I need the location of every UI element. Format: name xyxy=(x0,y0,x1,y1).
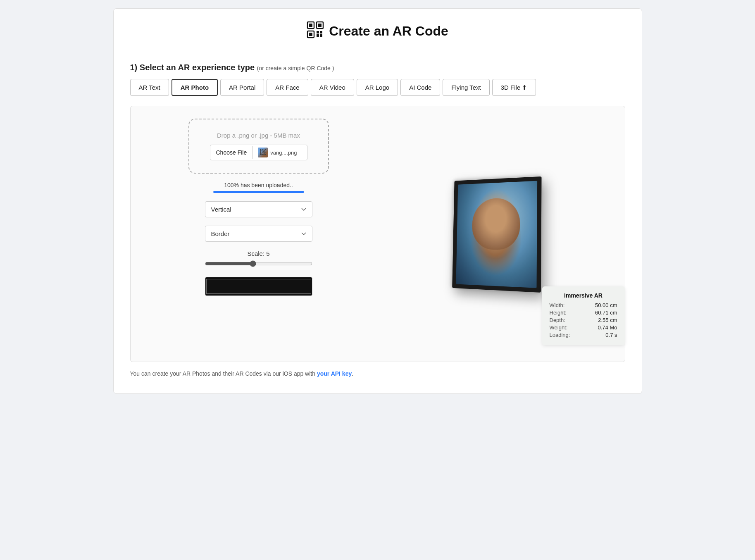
choose-file-button[interactable]: Choose File xyxy=(210,146,253,159)
right-panel: Immersive AR Width: 50.00 cm Height: 60.… xyxy=(379,119,612,349)
tab-flying-text[interactable]: Flying Text xyxy=(443,79,489,96)
drop-zone[interactable]: Drop a .png or .jpg - 5MB max Choose Fil… xyxy=(188,119,329,174)
info-label-width: Width: xyxy=(550,302,565,308)
svg-rect-7 xyxy=(320,31,322,33)
info-row-width: Width: 50.00 cm xyxy=(550,302,617,308)
scale-section: Scale: 5 xyxy=(205,250,312,269)
drop-zone-label: Drop a .png or .jpg - 5MB max xyxy=(210,132,307,139)
color-picker-row xyxy=(205,277,312,296)
painting-frame xyxy=(450,178,541,290)
info-row-weight: Weight: 0.74 Mo xyxy=(550,324,617,331)
tab-ar-portal[interactable]: AR Portal xyxy=(220,79,264,96)
file-thumbnail: 🖼 xyxy=(258,148,268,157)
info-label-weight: Weight: xyxy=(550,324,568,331)
page-title: Create an AR Code xyxy=(329,24,448,39)
info-value-width: 50.00 cm xyxy=(595,302,617,308)
info-value-weight: 0.74 Mo xyxy=(598,324,617,331)
painting-inner xyxy=(456,181,537,288)
section-heading-container: 1) Select an AR experience type (or crea… xyxy=(130,63,625,72)
upload-text: 100% has been uploaded.. xyxy=(188,182,329,188)
upload-status: 100% has been uploaded.. xyxy=(188,182,329,193)
svg-rect-9 xyxy=(320,34,322,37)
file-name-display: 🖼 vang....png xyxy=(253,145,302,160)
qr-icon xyxy=(307,21,324,41)
scale-label: Scale: 5 xyxy=(205,250,312,257)
ar-preview-container xyxy=(450,178,541,290)
page-wrapper: Create an AR Code 1) Select an AR experi… xyxy=(113,8,642,394)
tab-ar-video[interactable]: AR Video xyxy=(311,79,354,96)
svg-rect-1 xyxy=(309,24,312,27)
tab-ar-photo[interactable]: AR Photo xyxy=(171,79,218,96)
tab-3d-file[interactable]: 3D File ⬆ xyxy=(492,79,536,96)
svg-rect-3 xyxy=(318,24,322,27)
info-value-height: 60.71 cm xyxy=(595,310,617,316)
left-panel: Drop a .png or .jpg - 5MB max Choose Fil… xyxy=(151,119,366,349)
progress-bar-background xyxy=(213,191,304,193)
tab-ar-text[interactable]: AR Text xyxy=(130,79,169,96)
info-label-loading: Loading: xyxy=(550,332,570,338)
info-card-title: Immersive AR xyxy=(550,292,617,299)
painting-frame-outer xyxy=(452,176,541,293)
style-dropdown[interactable]: BorderNo BorderShadow xyxy=(205,226,312,242)
file-input-row: Choose File 🖼 vang....png xyxy=(210,145,307,160)
orientation-dropdown[interactable]: VerticalHorizontal xyxy=(205,201,312,217)
info-card: Immersive AR Width: 50.00 cm Height: 60.… xyxy=(542,286,625,345)
color-picker[interactable] xyxy=(205,277,312,296)
content-area: Drop a .png or .jpg - 5MB max Choose Fil… xyxy=(130,106,625,362)
file-name-text: vang....png xyxy=(270,150,297,156)
info-label-height: Height: xyxy=(550,310,567,316)
tab-row: AR TextAR PhotoAR PortalAR FaceAR VideoA… xyxy=(130,79,625,96)
progress-bar-fill xyxy=(213,191,304,193)
footer-api-link[interactable]: your API key xyxy=(317,370,352,377)
info-row-loading: Loading: 0.7 s xyxy=(550,332,617,338)
tab-ar-face[interactable]: AR Face xyxy=(267,79,308,96)
info-label-depth: Depth: xyxy=(550,317,565,323)
footer-text-end: . xyxy=(352,370,353,377)
tab-ar-logo[interactable]: AR Logo xyxy=(357,79,398,96)
scale-slider[interactable] xyxy=(205,260,312,267)
section-heading: 1) Select an AR experience type (or crea… xyxy=(130,63,334,72)
page-footer: You can create your AR Photos and their … xyxy=(130,370,625,377)
svg-rect-8 xyxy=(317,34,319,37)
info-value-depth: 2.55 cm xyxy=(598,317,617,323)
info-row-depth: Depth: 2.55 cm xyxy=(550,317,617,323)
info-value-loading: 0.7 s xyxy=(605,332,617,338)
info-row-height: Height: 60.71 cm xyxy=(550,310,617,316)
svg-rect-5 xyxy=(309,33,312,36)
page-header: Create an AR Code xyxy=(130,21,625,51)
svg-rect-6 xyxy=(317,31,319,33)
footer-text: You can create your AR Photos and their … xyxy=(130,370,317,377)
section-subtext: (or create a simple QR Code ) xyxy=(257,65,334,71)
tab-ai-code[interactable]: AI Code xyxy=(400,79,440,96)
